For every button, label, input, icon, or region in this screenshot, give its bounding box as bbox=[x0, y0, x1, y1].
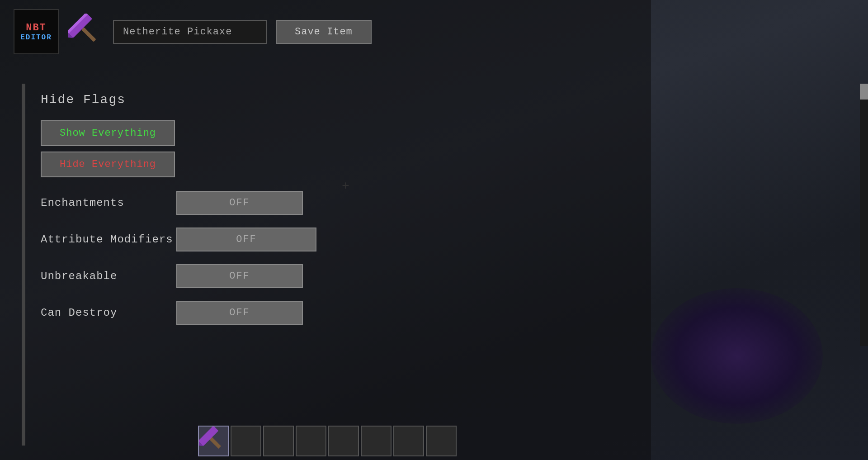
hotbar-slot-5[interactable] bbox=[328, 426, 359, 456]
nbt-logo-editor: EDITOR bbox=[20, 33, 52, 42]
main-panel: NBT EDITOR Save Item bbox=[0, 0, 651, 460]
unbreakable-toggle[interactable]: OFF bbox=[176, 264, 303, 288]
hotbar-slot-8[interactable] bbox=[426, 426, 457, 456]
nbt-logo-nbt: NBT bbox=[26, 22, 47, 33]
background-blob bbox=[651, 288, 823, 424]
can-destroy-label: Can Destroy bbox=[41, 307, 176, 319]
hide-everything-row: Hide Everything bbox=[41, 152, 439, 177]
enchantments-label: Enchantments bbox=[41, 197, 176, 209]
hotbar-slot-3[interactable] bbox=[263, 426, 294, 456]
enchantments-row: Enchantments OFF bbox=[41, 191, 439, 215]
can-destroy-toggle[interactable]: OFF bbox=[176, 301, 303, 325]
show-everything-row: Show Everything bbox=[41, 120, 439, 146]
attribute-modifiers-toggle[interactable]: OFF bbox=[176, 228, 316, 251]
unbreakable-label: Unbreakable bbox=[41, 270, 176, 282]
can-destroy-row: Can Destroy OFF bbox=[41, 301, 439, 325]
item-name-input[interactable] bbox=[113, 20, 267, 44]
enchantments-toggle[interactable]: OFF bbox=[176, 191, 303, 215]
nbt-logo: NBT EDITOR bbox=[14, 9, 59, 54]
hotbar-slot-7[interactable] bbox=[393, 426, 424, 456]
attribute-modifiers-row: Attribute Modifiers OFF bbox=[41, 228, 439, 251]
hotbar-slot-6[interactable] bbox=[361, 426, 392, 456]
unbreakable-row: Unbreakable OFF bbox=[41, 264, 439, 288]
scrollbar-thumb[interactable] bbox=[860, 84, 868, 100]
hide-everything-button[interactable]: Hide Everything bbox=[41, 152, 175, 177]
header: NBT EDITOR Save Item bbox=[0, 0, 651, 63]
scrollbar-track bbox=[860, 84, 868, 346]
hotbar bbox=[194, 422, 460, 460]
hotbar-slot-4[interactable] bbox=[296, 426, 326, 456]
save-item-button[interactable]: Save Item bbox=[276, 20, 372, 44]
hotbar-slot-2[interactable] bbox=[231, 426, 261, 456]
pickaxe-icon bbox=[68, 14, 104, 50]
left-accent-bar bbox=[22, 84, 25, 446]
section-title: Hide Flags bbox=[41, 93, 439, 107]
hotbar-slot-1[interactable] bbox=[198, 426, 229, 456]
attribute-modifiers-label: Attribute Modifiers bbox=[41, 233, 176, 246]
svg-rect-0 bbox=[81, 27, 96, 42]
show-everything-button[interactable]: Show Everything bbox=[41, 120, 175, 146]
hide-flags-section: Hide Flags Show Everything Hide Everythi… bbox=[36, 84, 443, 346]
toggle-rows: Enchantments OFF Attribute Modifiers OFF… bbox=[41, 191, 439, 325]
